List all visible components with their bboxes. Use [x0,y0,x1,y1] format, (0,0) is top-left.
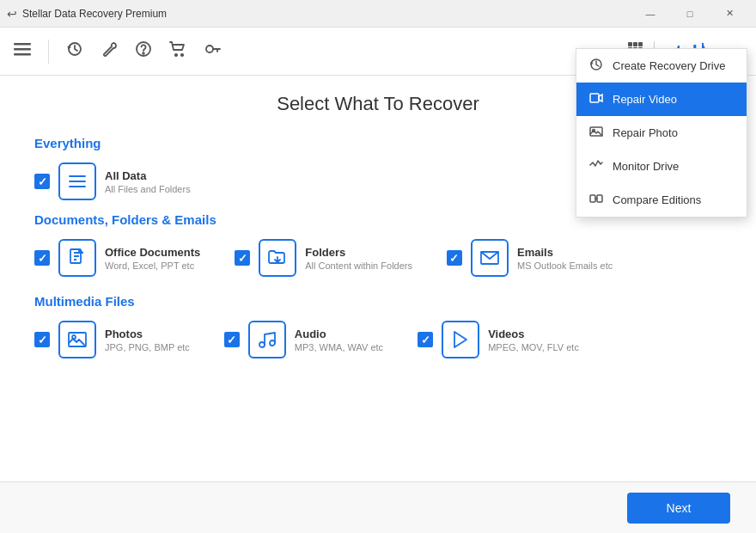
section-multimedia: Multimedia Files ✓ Photos JPG, PNG, BMP … [34,294,722,358]
list-item: ✓ Folders All Content within Folders [235,239,412,277]
alldata-name: All Data [105,169,191,182]
cart-icon[interactable] [169,40,186,62]
photos-icon-box [58,321,96,358]
menu-label-monitor: Monitor Drive [613,160,679,173]
folders-icon-box [259,239,296,277]
check-icon: ✓ [227,334,236,346]
list-item: ✓ Photos JPG, PNG, BMP etc [34,321,190,358]
photos-desc: JPG, PNG, BMP etc [105,342,190,352]
check-icon: ✓ [449,252,459,265]
checkbox-emails[interactable]: ✓ [447,250,462,266]
titlebar: ↩ Stellar Data Recovery Premium — □ ✕ [0,0,756,28]
back-icon[interactable]: ↩ [7,7,17,21]
emails-icon-box [471,239,509,277]
next-button[interactable]: Next [627,493,730,524]
window-controls: — □ ✕ [631,0,749,28]
toolbar-divider [48,40,49,64]
svg-marker-31 [599,95,602,101]
svg-rect-0 [14,43,31,46]
dropdown-menu: Create Recovery Drive Repair Video Repai… [576,48,747,217]
check-icon: ✓ [38,175,47,188]
checkbox-videos[interactable]: ✓ [418,332,433,347]
svg-rect-1 [14,48,31,51]
menu-item-recovery[interactable]: Create Recovery Drive [576,49,747,83]
history-icon[interactable] [66,40,83,62]
audio-desc: MP3, WMA, WAV etc [295,342,383,352]
items-row-documents: ✓ Office Documents Word, Excel, PPT etc [34,239,722,277]
folders-desc: All Content within Folders [305,260,412,271]
videos-icon-box [442,321,479,358]
svg-point-8 [206,46,213,52]
menu-label-repair-photo: Repair Photo [613,126,678,139]
docs-text: Office Documents Word, Excel, PPT etc [105,246,200,271]
check-icon: ✓ [38,334,47,346]
menu-item-repair-photo[interactable]: Repair Photo [576,116,747,150]
hamburger-icon[interactable] [14,40,31,62]
list-item: ✓ Emails MS Outlook Emails etc [447,239,613,277]
checkbox-audio[interactable]: ✓ [224,332,240,347]
category-label-multimedia: Multimedia Files [34,294,722,309]
svg-point-7 [181,54,183,56]
svg-point-6 [175,54,177,56]
monitor-drive-icon [588,158,604,175]
recovery-drive-icon [588,58,604,74]
check-icon: ✓ [38,252,47,265]
section-documents: Documents, Folders & Emails ✓ Office Doc… [34,212,722,277]
compare-editions-icon [588,192,604,208]
list-item: ✓ All Data All Files and Folders [34,162,191,200]
titlebar-left: ↩ Stellar Data Recovery Premium [7,7,167,21]
footer: Next [0,481,756,533]
repair-photo-icon [588,125,604,141]
audio-text: Audio MP3, WMA, WAV etc [295,328,383,352]
docs-desc: Word, Excel, PPT etc [105,260,200,271]
menu-item-compare[interactable]: Compare Editions [576,183,747,217]
repair-video-icon [588,91,604,107]
menu-item-repair-video[interactable]: Repair Video [576,83,747,116]
checkbox-alldata[interactable]: ✓ [34,174,50,189]
svg-marker-28 [454,332,466,347]
checkbox-photos[interactable]: ✓ [34,332,50,347]
menu-label-recovery: Create Recovery Drive [613,59,726,72]
alldata-text: All Data All Files and Folders [105,169,191,194]
emails-text: Emails MS Outlook Emails etc [517,246,613,271]
videos-desc: MPEG, MOV, FLV etc [488,342,579,352]
alldata-desc: All Files and Folders [105,184,191,194]
checkbox-docs[interactable]: ✓ [34,250,50,266]
app-title: Stellar Data Recovery Premium [22,8,167,20]
minimize-button[interactable]: — [631,0,670,28]
list-item: ✓ Audio MP3, WMA, WAV etc [224,321,383,358]
audio-name: Audio [295,328,383,340]
emails-desc: MS Outlook Emails etc [517,260,613,271]
menu-label-compare: Compare Editions [613,193,701,206]
svg-point-26 [259,342,265,347]
key-icon[interactable] [204,40,221,62]
svg-point-5 [143,52,144,54]
checkbox-folders[interactable]: ✓ [235,250,250,266]
docs-name: Office Documents [105,246,200,259]
audio-icon-box [248,321,286,358]
svg-rect-35 [597,195,602,202]
toolbar-left [14,40,221,64]
svg-rect-2 [14,53,31,56]
docs-icon-box [58,239,96,277]
maximize-button[interactable]: □ [670,0,710,28]
videos-text: Videos MPEG, MOV, FLV etc [488,328,579,352]
emails-name: Emails [517,246,613,259]
svg-rect-11 [638,42,643,46]
tools-icon[interactable] [101,40,118,62]
list-item: ✓ Videos MPEG, MOV, FLV etc [418,321,579,358]
help-icon[interactable] [135,40,152,62]
alldata-icon-box [58,162,96,200]
menu-label-repair-video: Repair Video [613,93,677,106]
check-icon: ✓ [238,252,247,265]
menu-item-monitor[interactable]: Monitor Drive [576,150,747,183]
photos-text: Photos JPG, PNG, BMP etc [105,328,190,352]
list-item: ✓ Office Documents Word, Excel, PPT etc [34,239,200,277]
svg-point-27 [270,340,275,346]
folders-name: Folders [305,246,412,259]
folders-text: Folders All Content within Folders [305,246,412,271]
close-button[interactable]: ✕ [710,0,749,28]
items-row-multimedia: ✓ Photos JPG, PNG, BMP etc ✓ [34,321,722,358]
svg-rect-34 [590,195,595,202]
check-icon: ✓ [421,334,430,346]
